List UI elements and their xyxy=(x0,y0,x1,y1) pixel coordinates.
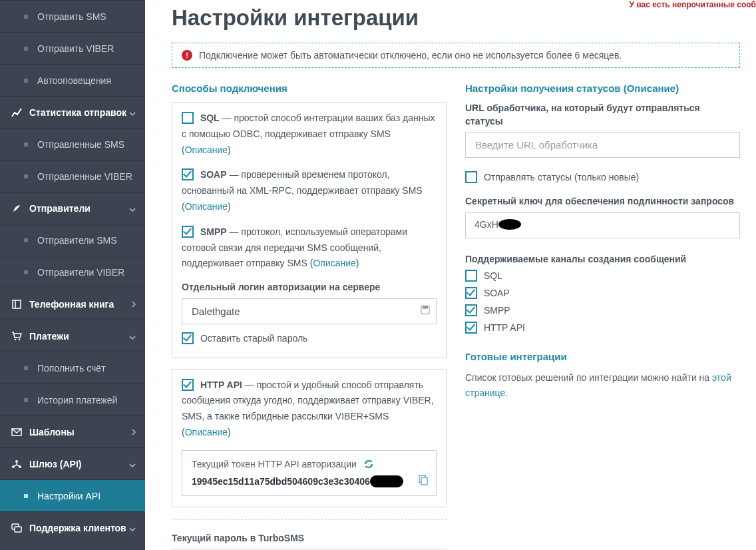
channel-sql-checkbox[interactable] xyxy=(465,270,477,282)
option-smpp: SMPP — протокол, используемый операторам… xyxy=(182,224,437,272)
refresh-token-icon[interactable] xyxy=(363,459,374,471)
status-settings-title: Настройки получения статусов (Описание) xyxy=(465,83,740,94)
alert-icon: ! xyxy=(182,50,192,61)
sidebar-item-stats[interactable]: Статистика отправок xyxy=(0,96,145,128)
sidebar-item-sent-viber[interactable]: Отправленные VIBER xyxy=(0,160,145,192)
soap-description-link[interactable]: Описание xyxy=(185,201,228,212)
sql-checkbox[interactable] xyxy=(182,112,194,124)
chevron-down-icon xyxy=(129,523,136,533)
login-label: Отдельный логин авторизации на сервере xyxy=(182,281,437,294)
sidebar-item-api-settings[interactable]: Настройки API xyxy=(0,479,145,511)
connection-methods-title: Способы подключения xyxy=(172,83,447,94)
sidebar-item-auto-notify[interactable]: Автооповещения xyxy=(0,64,145,96)
cart-icon xyxy=(9,332,24,341)
token-value: 19945ec15d11a75dbd504609c3e3c30406 xyxy=(192,476,370,487)
channel-soap-checkbox[interactable] xyxy=(465,287,477,299)
feather-icon xyxy=(9,204,24,213)
book-icon xyxy=(9,300,24,309)
sidebar-item-send-viber[interactable]: Отправить VIBER xyxy=(0,32,145,64)
divider xyxy=(172,519,447,520)
secret-key-label: Секретный ключ для обеспечения подлиннос… xyxy=(465,195,740,208)
svg-point-3 xyxy=(19,338,21,340)
envelope-icon xyxy=(9,428,24,436)
option-sql: SQL — простой способ интеграции ваших ба… xyxy=(182,111,437,158)
url-handler-input[interactable] xyxy=(465,132,740,158)
unread-notice[interactable]: У вас есть непрочитанные сооб xyxy=(630,0,756,9)
network-icon xyxy=(9,459,24,469)
ready-integrations-text: Список готовых решений по интеграции мож… xyxy=(465,370,740,400)
smpp-description-link[interactable]: Описание xyxy=(313,258,355,268)
save-icon[interactable] xyxy=(421,306,430,317)
right-column: Настройки получения статусов (Описание) … xyxy=(465,83,740,550)
svg-rect-13 xyxy=(421,477,427,485)
secret-key-input[interactable] xyxy=(465,212,740,238)
keep-password-checkbox[interactable] xyxy=(182,332,194,344)
option-soap: SOAP — проверенный временем протокол, ос… xyxy=(182,167,437,214)
sidebar-item-send-sms[interactable]: Отправить SMS xyxy=(0,0,145,32)
sidebar-item-support[interactable]: Поддержка клиентов xyxy=(0,511,145,543)
sidebar-item-templates[interactable]: Шаблоны xyxy=(0,415,145,447)
sql-description-link[interactable]: Описание xyxy=(185,144,228,155)


warning-text: Подключение может быть автоматически отк… xyxy=(199,50,622,61)
status-description-link[interactable]: Описание xyxy=(627,83,675,94)
svg-rect-11 xyxy=(423,306,428,309)
smpp-checkbox[interactable] xyxy=(182,226,194,238)
svg-rect-0 xyxy=(13,300,21,308)
http-checkbox[interactable] xyxy=(182,379,194,391)
http-api-block: HTTP API — простой и удобный способ отпр… xyxy=(172,369,447,507)
sidebar-item-senders-sms[interactable]: Отправители SMS xyxy=(0,224,145,256)
sidebar-item-senders-viber[interactable]: Отправители VIBER xyxy=(0,256,145,288)
chevron-down-icon xyxy=(129,203,136,214)
new-only-checkbox[interactable] xyxy=(465,171,477,183)
svg-rect-9 xyxy=(15,527,21,532)
chat-icon xyxy=(9,523,24,533)
chart-icon xyxy=(9,108,24,117)
main-content: У вас есть непрочитанные сооб Настройки … xyxy=(145,0,756,550)
sidebar-item-gateway[interactable]: Шлюз (API) xyxy=(0,447,145,479)
option-http: HTTP API — простой и удобный способ отпр… xyxy=(182,378,437,441)
token-box: Текущий токен HTTP API авторизации 19945… xyxy=(182,450,437,496)
chevron-down-icon xyxy=(129,107,136,118)
chevron-down-icon xyxy=(129,459,136,469)
channels-label: Поддерживаемые каналы создания сообщений xyxy=(465,253,740,266)
sidebar-item-sent-sms[interactable]: Отправленные SMS xyxy=(0,128,145,160)
url-handler-label: URL обработчика, на который будут отправ… xyxy=(465,102,740,128)
copy-token-icon[interactable] xyxy=(417,475,428,487)
svg-point-5 xyxy=(15,460,18,463)
sidebar-item-pay-history[interactable]: История платежей xyxy=(0,384,145,415)
ready-integrations-title: Готовые интеграции xyxy=(465,351,740,362)
soap-checkbox[interactable] xyxy=(182,168,194,180)
channel-http-checkbox[interactable] xyxy=(465,322,477,334)
sidebar-item-senders[interactable]: Отправители xyxy=(0,192,145,224)
current-password-label: Текущий пароль в TurboSMS xyxy=(172,532,447,545)
sidebar-item-payments[interactable]: Платежи xyxy=(0,320,145,352)
sidebar-item-phonebook[interactable]: Телефонная книга xyxy=(0,288,145,320)
sidebar-item-topup[interactable]: Пополнить счёт xyxy=(0,352,145,384)
http-description-link[interactable]: Описание xyxy=(185,427,228,437)
warning-banner: ! Подключение может быть автоматически о… xyxy=(172,43,740,68)
channel-smpp-checkbox[interactable] xyxy=(465,304,477,316)
left-column: Способы подключения SQL — простой способ… xyxy=(172,83,447,550)
svg-point-2 xyxy=(15,338,17,340)
chevron-right-icon xyxy=(132,427,136,437)
channels-list: SQL SOAP SMPP HTTP API xyxy=(465,270,740,334)
chevron-right-icon xyxy=(132,299,136,310)
login-input[interactable] xyxy=(182,298,437,324)
sidebar: Отправить SMS Отправить VIBER Автооповещ… xyxy=(0,0,145,550)
methods-block: SQL — простой способ интеграции ваших ба… xyxy=(172,102,447,358)
chevron-down-icon xyxy=(129,331,136,342)
